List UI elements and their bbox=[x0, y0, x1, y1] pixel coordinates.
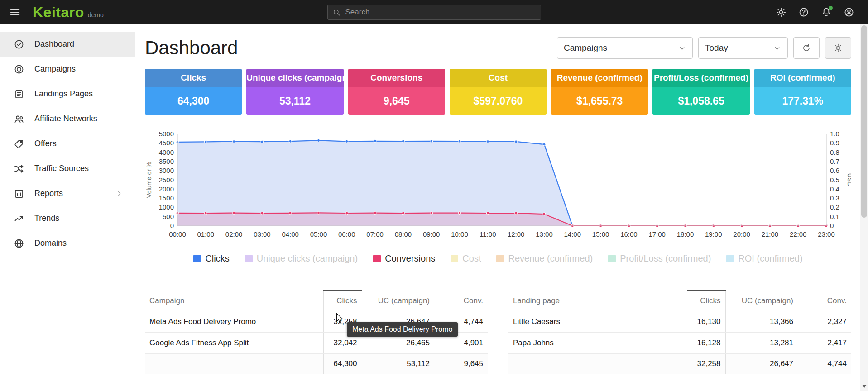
svg-text:01:00: 01:00 bbox=[197, 230, 215, 238]
cell-name[interactable]: Google Ads Fitness App Split bbox=[145, 333, 323, 354]
total-cell: 9,645 bbox=[434, 354, 488, 374]
legend-swatch bbox=[726, 255, 734, 262]
metrics-row: Clicks64,300Unique clicks (campaign)53,1… bbox=[145, 69, 851, 115]
legend-label: Revenue (confirmed) bbox=[508, 253, 593, 264]
scrollbar-thumb[interactable] bbox=[861, 25, 867, 218]
svg-text:16:00: 16:00 bbox=[620, 230, 638, 238]
chart-legend: ClicksUnique clicks (campaign)Conversion… bbox=[145, 253, 851, 264]
account-icon[interactable] bbox=[844, 7, 854, 18]
metric-label: Cost bbox=[450, 69, 547, 87]
sidebar-item-campaigns[interactable]: Campaigns bbox=[0, 57, 135, 81]
cell-value: 16,130 bbox=[687, 311, 725, 333]
help-icon[interactable] bbox=[798, 7, 809, 18]
sidebar-item-traffic-sources[interactable]: Traffic Sources bbox=[0, 156, 135, 181]
date-range-select[interactable]: Today bbox=[698, 37, 788, 59]
cell-name[interactable]: Meta Ads Food Delivery Promo bbox=[145, 311, 323, 333]
logo-badge: demo bbox=[88, 11, 104, 19]
domains-icon bbox=[14, 238, 24, 249]
table-row[interactable]: Little Caesars16,13013,3662,327 bbox=[508, 311, 851, 333]
chart-canvas: 0500100015002000250030003500400045005000… bbox=[145, 129, 851, 247]
svg-text:13:00: 13:00 bbox=[536, 230, 553, 238]
svg-text:1000: 1000 bbox=[159, 203, 174, 211]
grouping-select-value: Campaigns bbox=[564, 43, 607, 53]
sidebar-item-trends[interactable]: Trends bbox=[0, 206, 135, 231]
cell-name[interactable]: Papa Johns bbox=[508, 333, 687, 354]
metric-card-roi-confirmed[interactable]: ROI (confirmed)177.31% bbox=[754, 69, 851, 115]
svg-text:0: 0 bbox=[170, 222, 174, 229]
legend-item-unique-clicks-campaign[interactable]: Unique clicks (campaign) bbox=[245, 253, 358, 264]
sidebar-item-landings-pages[interactable]: Landings Pages bbox=[0, 81, 135, 106]
sidebar-item-dashboard[interactable]: Dashboard bbox=[0, 32, 135, 57]
global-search[interactable] bbox=[327, 5, 541, 20]
table-row[interactable]: Papa Johns16,12813,2812,417 bbox=[508, 333, 851, 354]
svg-text:07:00: 07:00 bbox=[366, 230, 384, 238]
svg-text:21:00: 21:00 bbox=[762, 230, 779, 238]
notification-dot bbox=[829, 6, 833, 10]
total-cell: 32,258 bbox=[687, 354, 725, 374]
legend-swatch bbox=[496, 255, 504, 262]
traffic-chart: 0500100015002000250030003500400045005000… bbox=[145, 129, 851, 249]
sidebar-item-affiliate-networks[interactable]: Affiliate Networks bbox=[0, 106, 135, 131]
search-input[interactable] bbox=[345, 7, 536, 17]
column-header-uc-campaign[interactable]: UC (campaign) bbox=[725, 291, 798, 311]
svg-text:5000: 5000 bbox=[159, 130, 174, 138]
sidebar-item-label: Trends bbox=[34, 214, 59, 223]
scrollbar[interactable] bbox=[860, 24, 868, 391]
landings-pages-icon bbox=[14, 89, 24, 100]
metric-card-unique-clicks-campaign[interactable]: Unique clicks (campaign)53,112 bbox=[246, 69, 343, 115]
metric-label: Profit/Loss (confirmed) bbox=[652, 69, 749, 87]
svg-text:0.6: 0.6 bbox=[830, 167, 839, 174]
column-header-clicks[interactable]: Clicks bbox=[687, 291, 725, 311]
svg-text:USD: USD bbox=[846, 173, 851, 187]
reports-icon bbox=[14, 188, 24, 199]
refresh-button[interactable] bbox=[793, 37, 820, 59]
column-header-landing-page[interactable]: Landing page bbox=[508, 291, 687, 311]
menu-icon[interactable] bbox=[9, 6, 21, 18]
sidebar-item-reports[interactable]: Reports bbox=[0, 181, 135, 206]
sidebar-item-offers[interactable]: Offers bbox=[0, 131, 135, 156]
legend-item-profit-loss-confirmed[interactable]: Profit/Loss (confirmed) bbox=[608, 253, 711, 264]
hover-tooltip: Meta Ads Food Delivery Promo bbox=[347, 322, 458, 337]
app-logo[interactable]: Keitaro demo bbox=[33, 4, 104, 21]
column-header-uc-campaign[interactable]: UC (campaign) bbox=[362, 291, 434, 311]
svg-text:4000: 4000 bbox=[159, 148, 174, 156]
dashboard-settings-button[interactable] bbox=[825, 37, 851, 59]
column-header-conv[interactable]: Conv. bbox=[798, 291, 851, 311]
legend-item-clicks[interactable]: Clicks bbox=[193, 253, 229, 264]
legend-item-revenue-confirmed[interactable]: Revenue (confirmed) bbox=[496, 253, 593, 264]
metric-card-revenue-confirmed[interactable]: Revenue (confirmed)$1,655.73 bbox=[551, 69, 648, 115]
svg-text:11:00: 11:00 bbox=[480, 230, 496, 238]
scroll-down-button[interactable] bbox=[860, 383, 868, 389]
metric-value: 177.31% bbox=[754, 87, 851, 115]
chevron-right-icon bbox=[115, 190, 123, 198]
sidebar-item-domains[interactable]: Domains bbox=[0, 231, 135, 256]
sidebar-item-label: Affiliate Networks bbox=[34, 114, 97, 124]
metric-card-clicks[interactable]: Clicks64,300 bbox=[145, 69, 242, 115]
notifications-button[interactable] bbox=[821, 7, 832, 18]
sidebar-item-label: Landings Pages bbox=[34, 89, 93, 99]
metric-card-profit-loss-confirmed[interactable]: Profit/Loss (confirmed)$1,058.65 bbox=[652, 69, 749, 115]
grouping-select[interactable]: Campaigns bbox=[557, 37, 693, 59]
metric-label: Conversions bbox=[348, 69, 445, 87]
metric-label: Clicks bbox=[145, 69, 242, 87]
column-header-clicks[interactable]: Clicks bbox=[323, 291, 362, 311]
legend-label: Clicks bbox=[205, 253, 229, 264]
trends-icon bbox=[14, 213, 24, 224]
svg-text:22:00: 22:00 bbox=[790, 230, 807, 238]
svg-text:1.0: 1.0 bbox=[830, 130, 839, 138]
column-header-conv[interactable]: Conv. bbox=[434, 291, 488, 311]
metric-card-cost[interactable]: Cost$597.0760 bbox=[450, 69, 547, 115]
legend-item-conversions[interactable]: Conversions bbox=[373, 253, 435, 264]
legend-item-roi-confirmed[interactable]: ROI (confirmed) bbox=[726, 253, 802, 264]
svg-text:0: 0 bbox=[830, 222, 834, 229]
metric-card-conversions[interactable]: Conversions9,645 bbox=[348, 69, 445, 115]
column-header-campaign[interactable]: Campaign bbox=[145, 291, 323, 311]
dashboard-icon bbox=[14, 39, 24, 50]
affiliate-networks-icon bbox=[14, 114, 24, 124]
legend-swatch bbox=[373, 255, 381, 262]
legend-item-cost[interactable]: Cost bbox=[451, 253, 481, 264]
settings-icon[interactable] bbox=[776, 7, 786, 18]
cell-name[interactable]: Little Caesars bbox=[508, 311, 687, 333]
svg-text:0.2: 0.2 bbox=[830, 203, 839, 211]
svg-text:05:00: 05:00 bbox=[310, 230, 327, 238]
